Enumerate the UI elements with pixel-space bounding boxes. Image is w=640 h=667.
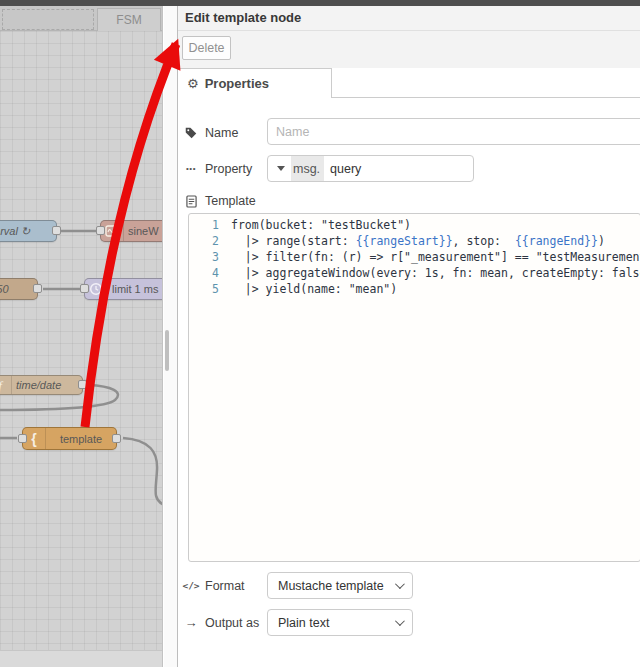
property-label-row: ••• Property xyxy=(184,155,252,182)
file-icon xyxy=(184,195,198,208)
dialog-title: Edit template node xyxy=(178,6,640,31)
app-root: FSM terval ↻sineWs-150limit 1 msftime/da… xyxy=(0,0,640,667)
mustache-token: {{rangeEnd}} xyxy=(515,234,598,248)
node-port[interactable] xyxy=(33,284,42,293)
format-label: Format xyxy=(205,579,245,593)
name-placeholder: Name xyxy=(276,125,309,139)
canvas-grid xyxy=(0,31,163,650)
code-line: 2 |> range(start: {{rangeStart}}, stop: … xyxy=(189,233,640,249)
output-label-row: → Output as xyxy=(184,609,259,636)
tag-icon xyxy=(184,127,198,139)
property-value[interactable]: query xyxy=(324,162,361,176)
format-select-value: Mustache template xyxy=(278,579,395,593)
node-port[interactable] xyxy=(112,434,121,443)
gear-icon: ⚙ xyxy=(187,76,199,91)
property-typed-input[interactable]: msg. query xyxy=(267,155,474,182)
flow-node-sinewave[interactable]: sineW xyxy=(100,220,163,242)
flow-node-interval[interactable]: terval ↻ xyxy=(0,220,57,242)
template-label-row: Template xyxy=(184,192,256,210)
dialog-toolbar: Delete xyxy=(178,31,640,68)
flow-node-label: time/date xyxy=(12,376,82,394)
code-icon: </> xyxy=(184,580,198,591)
output-select-value: Plain text xyxy=(278,616,395,630)
output-select[interactable]: Plain text xyxy=(267,609,413,636)
flow-node-label: s-150 xyxy=(0,279,37,299)
ellipsis-icon: ••• xyxy=(184,164,198,173)
canvas-scrollbar-thumb[interactable] xyxy=(165,330,169,371)
chevron-down-icon xyxy=(395,616,405,626)
f-icon: f xyxy=(0,376,12,394)
code-line: 5 |> yield(name: "mean") xyxy=(189,281,640,297)
tab-properties[interactable]: ⚙ Properties xyxy=(178,68,332,98)
arrow-right-icon: → xyxy=(184,615,198,630)
flow-node-label: template xyxy=(46,428,116,449)
property-type-chip[interactable]: msg. xyxy=(291,156,324,181)
name-label-row: Name xyxy=(184,119,238,146)
code-line: 4 |> aggregateWindow(every: 1s, fn: mean… xyxy=(189,265,640,281)
flow-tab-fsm[interactable]: FSM xyxy=(97,8,161,31)
node-port[interactable] xyxy=(78,380,87,389)
flow-node-label: limit 1 ms xyxy=(108,279,163,299)
chevron-down-icon xyxy=(395,579,405,589)
flow-node-time-date[interactable]: ftime/date xyxy=(0,375,83,395)
edit-node-dialog: Edit template node Delete ⚙ Properties N… xyxy=(177,0,640,667)
node-port[interactable] xyxy=(96,226,105,235)
flow-node-template[interactable]: {template xyxy=(22,427,117,450)
flow-node-label: terval ↻ xyxy=(0,221,56,241)
format-label-row: </> Format xyxy=(184,572,245,599)
flow-tabbar: FSM xyxy=(0,6,163,31)
template-code-editor[interactable]: 1from(bucket: "testBucket")2 |> range(st… xyxy=(188,213,640,562)
flow-tab-partial[interactable] xyxy=(2,9,94,30)
format-select[interactable]: Mustache template xyxy=(267,572,413,599)
code-line: 3 |> filter(fn: (r) => r["_measurement"]… xyxy=(189,249,640,265)
window-top-strip xyxy=(0,0,640,6)
property-label: Property xyxy=(205,162,252,176)
node-port[interactable] xyxy=(18,434,27,443)
node-port[interactable] xyxy=(80,284,89,293)
name-label: Name xyxy=(205,126,238,140)
delete-button[interactable]: Delete xyxy=(182,36,231,60)
chevron-down-icon[interactable] xyxy=(277,166,285,171)
code-line: 1from(bucket: "testBucket") xyxy=(189,217,640,233)
template-label: Template xyxy=(205,194,256,208)
canvas-footer xyxy=(0,650,163,667)
node-port[interactable] xyxy=(52,226,61,235)
flow-node-label: sineW xyxy=(124,221,163,241)
output-label: Output as xyxy=(205,616,259,630)
flow-canvas[interactable]: FSM terval ↻sineWs-150limit 1 msftime/da… xyxy=(0,0,163,667)
mustache-token: {{rangeStart}} xyxy=(356,234,453,248)
name-input[interactable]: Name xyxy=(267,118,640,145)
tab-properties-label: Properties xyxy=(205,76,269,91)
flow-node-limit[interactable]: limit 1 ms xyxy=(84,278,163,300)
tab-rule xyxy=(332,97,640,98)
flow-node-ms-150[interactable]: s-150 xyxy=(0,278,38,300)
